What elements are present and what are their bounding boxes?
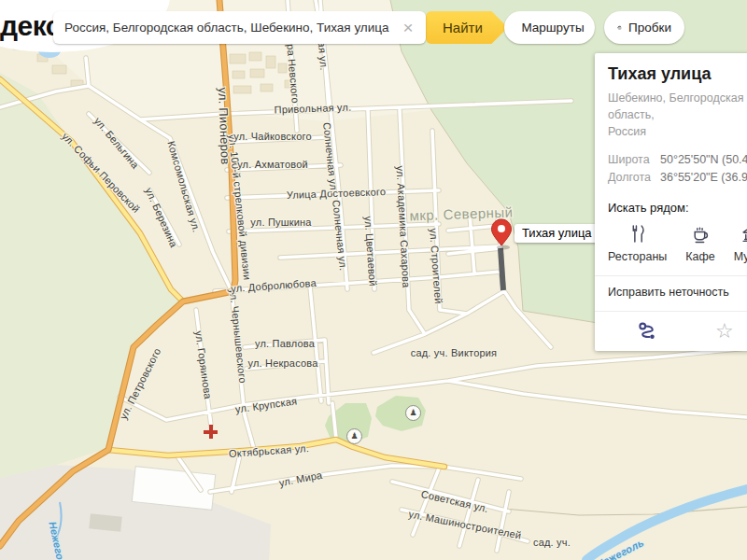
nearby-categories: Рестораны Кафе Музеи [608,224,747,263]
route-icon[interactable] [638,321,657,341]
find-button[interactable]: Найти [426,11,508,44]
search-nearby-label: Искать рядом: [608,201,747,215]
traffic-button-label: Пробки [628,21,671,35]
latitude-value: 50°25'50"N (50.430448) [660,151,747,169]
panel-divider [595,275,747,276]
place-info-panel: Тихая улица Шебекино, Белгородская облас… [595,53,747,351]
selected-place-label: Тихая улица [514,224,599,243]
cafe-icon [691,224,711,244]
search-input[interactable] [53,11,410,44]
coordinates-block: Широта 50°25'50"N (50.430448) Долгота 36… [608,151,747,187]
yandex-logo[interactable]: декс [0,10,61,42]
traffic-circle-icon [617,20,622,36]
place-title: Тихая улица [608,64,747,84]
routes-button[interactable]: Маршруты [504,11,595,44]
longitude-value: 36°55'20"E (36.922267) [660,169,747,187]
category-museums[interactable]: Музеи [734,224,747,263]
longitude-label: Долгота [608,169,660,187]
category-cafe[interactable]: Кафе [685,224,714,263]
museum-icon [740,224,747,244]
category-label: Музеи [734,250,747,263]
close-icon[interactable]: × [398,11,418,44]
traffic-button[interactable]: Пробки [604,11,684,44]
latitude-label: Широта [608,151,660,169]
restaurant-icon [627,224,647,244]
category-label: Кафе [685,250,714,263]
category-label: Рестораны [608,250,667,263]
routes-button-label: Маршруты [521,21,584,35]
place-subtitle-region: Шебекино, Белгородская область, [608,90,747,123]
yandex-maps-app: ул. Пионеровул. 100-й стрелковой дивизии… [0,0,747,560]
search-bar: × [53,11,426,44]
panel-footer: ☆ [608,312,747,351]
panel-links: Исправить неточность Добавить [608,286,747,299]
category-restaurants[interactable]: Рестораны [608,224,667,263]
place-subtitle-country: Россия [608,123,747,140]
fix-inaccuracy-link[interactable]: Исправить неточность [608,286,729,299]
star-icon[interactable]: ☆ [715,321,734,342]
